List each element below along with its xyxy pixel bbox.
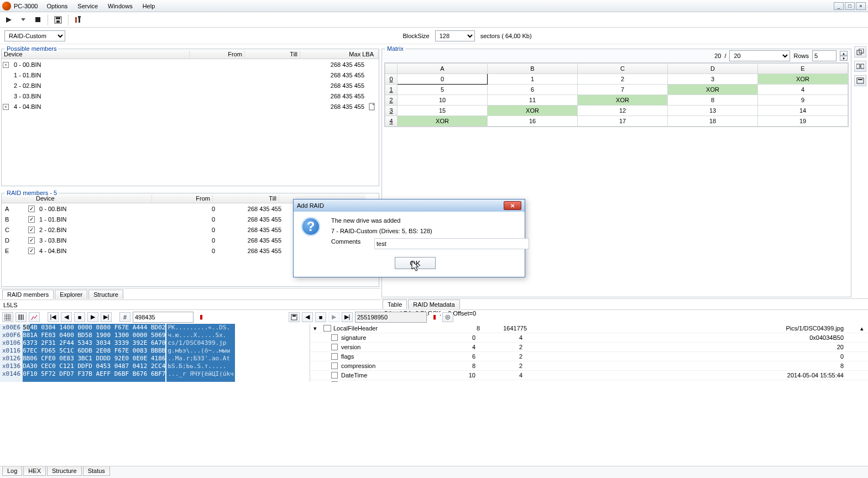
matrix-tool-2[interactable] bbox=[854, 61, 866, 72]
struct-field[interactable]: crc32 14 4 448266941 bbox=[310, 380, 868, 382]
hex-r-stop[interactable]: ■ bbox=[315, 312, 326, 322]
struct-field[interactable]: version 4 2 20 bbox=[310, 343, 868, 352]
matrix-cell[interactable]: 7 bbox=[578, 85, 668, 95]
matrix-col[interactable]: A bbox=[398, 64, 488, 74]
hex-stop-button[interactable]: ■ bbox=[74, 312, 85, 322]
member-checkbox[interactable]: ✓ bbox=[28, 206, 35, 212]
play-button[interactable] bbox=[3, 14, 14, 25]
hex-ascii[interactable]: PK.........«..DS. ч.ю....X.....Sx. cs/1/… bbox=[165, 324, 234, 382]
hex-marker2-icon[interactable]: ▮ bbox=[429, 312, 440, 322]
matrix-cell[interactable]: 12 bbox=[578, 106, 668, 116]
field-checkbox[interactable] bbox=[331, 363, 338, 369]
raid-type-select[interactable]: RAID-Custom bbox=[4, 30, 65, 41]
matrix-cell[interactable]: 4 bbox=[758, 85, 848, 95]
col-till[interactable]: Till bbox=[245, 50, 300, 58]
matrix-cell[interactable]: XOR bbox=[398, 116, 488, 127]
tab-raid-metadata[interactable]: RAID Metadata bbox=[408, 300, 459, 309]
tab-raid-members[interactable]: RAID members bbox=[2, 290, 54, 299]
matrix-cell[interactable]: 10 bbox=[398, 95, 488, 106]
matrix-rows-input[interactable] bbox=[812, 50, 836, 61]
struct-field[interactable]: flags 6 2 0 bbox=[310, 352, 868, 361]
dialog-close-button[interactable]: ✕ bbox=[504, 201, 521, 210]
matrix-cell[interactable]: 8 bbox=[668, 95, 758, 106]
field-checkbox[interactable] bbox=[331, 353, 338, 360]
matrix-tool-1[interactable] bbox=[854, 46, 866, 57]
member-checkbox[interactable]: ✓ bbox=[28, 216, 35, 223]
play-dropdown[interactable] bbox=[18, 14, 29, 25]
matrix-cell[interactable]: 6 bbox=[488, 85, 578, 95]
tab-explorer[interactable]: Explorer bbox=[55, 290, 87, 299]
hex-r-prev[interactable]: ◀ bbox=[302, 312, 313, 322]
col-from[interactable]: From bbox=[190, 50, 245, 58]
struct-field[interactable]: compression 8 2 8 bbox=[310, 361, 868, 371]
field-checkbox[interactable] bbox=[331, 381, 338, 382]
save-button[interactable] bbox=[53, 14, 64, 25]
matrix-cell[interactable]: 14 bbox=[758, 106, 848, 116]
hex-chart-icon[interactable] bbox=[29, 312, 40, 322]
stop-button[interactable] bbox=[32, 14, 43, 25]
struct-check[interactable] bbox=[323, 325, 331, 332]
member-checkbox[interactable]: ✓ bbox=[28, 227, 35, 233]
hex-last-button[interactable]: ▶| bbox=[101, 312, 112, 322]
tab-table[interactable]: Table bbox=[383, 300, 407, 309]
hex-bytes[interactable]: 504B 0304 1400 0000 0800 F67E A444 BD02 … bbox=[23, 324, 165, 382]
col-from[interactable]: From bbox=[152, 195, 213, 202]
hex-target-icon[interactable]: ◎ bbox=[442, 312, 453, 322]
scroll-up[interactable]: ▴ bbox=[860, 325, 868, 332]
possible-row[interactable]: 3 - 03.BIN 268 435 455 bbox=[2, 91, 379, 101]
matrix-cell[interactable]: 5 bbox=[398, 85, 488, 95]
hex-save-icon[interactable] bbox=[289, 312, 300, 322]
possible-row[interactable]: 2 - 02.BIN 268 435 455 bbox=[2, 80, 379, 91]
struct-field[interactable]: signature 0 4 0x04034B50 bbox=[310, 333, 868, 343]
matrix-cell[interactable]: 0 bbox=[398, 74, 488, 85]
struct-collapse[interactable]: ▾ bbox=[313, 325, 321, 332]
matrix-cell[interactable]: 16 bbox=[488, 116, 578, 127]
member-checkbox[interactable]: ✓ bbox=[28, 237, 35, 244]
menu-service[interactable]: Service bbox=[75, 2, 100, 10]
matrix-col[interactable]: C bbox=[578, 64, 668, 74]
matrix-cell[interactable]: 9 bbox=[758, 95, 848, 106]
matrix-cell[interactable]: 2 bbox=[578, 74, 668, 85]
matrix-total-select[interactable]: 20 bbox=[729, 50, 790, 61]
matrix-table[interactable]: ABCDE00123XOR1567XOR421011XOR89315XOR121… bbox=[385, 63, 848, 127]
matrix-cell[interactable]: 13 bbox=[668, 106, 758, 116]
matrix-tool-3[interactable] bbox=[854, 75, 866, 86]
matrix-cell[interactable]: 17 bbox=[578, 116, 668, 127]
possible-row[interactable]: + 4 - 04.BIN 268 435 455 bbox=[2, 101, 379, 112]
hex-first-button[interactable]: |◀ bbox=[48, 312, 59, 322]
menu-help[interactable]: Help bbox=[140, 2, 158, 10]
matrix-col[interactable]: E bbox=[758, 64, 848, 74]
matrix-row-hdr[interactable]: 2 bbox=[385, 95, 398, 106]
blocksize-select[interactable]: 128 bbox=[435, 30, 475, 41]
expand-icon[interactable]: + bbox=[3, 62, 9, 68]
hex-prev-button[interactable]: ◀ bbox=[61, 312, 72, 322]
tab-structure-bottom[interactable]: Structure bbox=[47, 466, 82, 476]
hex-columns-icon[interactable] bbox=[15, 312, 27, 322]
expand-icon[interactable]: + bbox=[3, 104, 9, 110]
matrix-cell[interactable]: 1 bbox=[488, 74, 578, 85]
matrix-cell[interactable]: XOR bbox=[758, 74, 848, 85]
field-checkbox[interactable] bbox=[331, 344, 338, 350]
possible-body[interactable]: + 0 - 00.BIN 268 435 455 1 - 01.BIN 268 … bbox=[2, 59, 379, 112]
ok-button[interactable]: OK bbox=[395, 257, 436, 269]
matrix-cell[interactable]: XOR bbox=[578, 95, 668, 106]
tab-status[interactable]: Status bbox=[83, 466, 110, 476]
matrix-cell[interactable]: 3 bbox=[668, 74, 758, 85]
matrix-row-hdr[interactable]: 3 bbox=[385, 106, 398, 116]
rows-down[interactable]: ▼ bbox=[840, 56, 848, 61]
struct-field[interactable]: DateTime 10 4 2014-05-04 15:55:44 bbox=[310, 371, 868, 380]
matrix-cell[interactable]: XOR bbox=[488, 106, 578, 116]
hex-left-pos-input[interactable] bbox=[133, 312, 194, 323]
matrix-col[interactable]: B bbox=[488, 64, 578, 74]
hex-right-pos-input[interactable] bbox=[355, 312, 427, 323]
field-checkbox[interactable] bbox=[331, 372, 338, 379]
tab-structure[interactable]: Structure bbox=[88, 290, 123, 299]
hex-next-button[interactable]: ▶ bbox=[87, 312, 98, 322]
matrix-cell[interactable]: XOR bbox=[668, 85, 758, 95]
struct-header-name[interactable]: LocalFileHeader bbox=[333, 325, 444, 332]
tab-hex[interactable]: HEX bbox=[23, 466, 46, 476]
menu-options[interactable]: Options bbox=[44, 2, 70, 10]
maximize-button[interactable]: □ bbox=[845, 2, 855, 10]
minimize-button[interactable]: _ bbox=[834, 2, 844, 10]
comments-input[interactable] bbox=[374, 238, 529, 249]
